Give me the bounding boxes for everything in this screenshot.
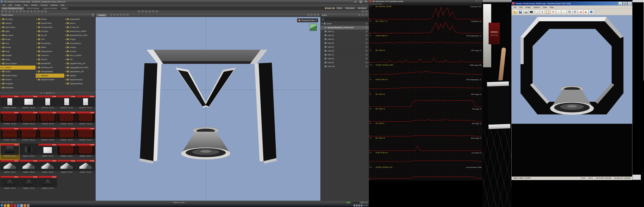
irfanview-maximize-button[interactable]	[623, 2, 627, 5]
cms-status-icon[interactable]	[1, 201, 4, 204]
taskbar-app-browser[interactable]	[17, 204, 20, 207]
scene-node-cube-1[interactable]: cube (1)	[321, 30, 369, 34]
content-thumbnail[interactable]: Scene20190222 - 001.duf	[38, 95, 57, 111]
content-thumbnail[interactable]: Scene20190221 - 001.duf	[20, 95, 38, 111]
clear-history-icon[interactable]	[375, 3, 377, 5]
scene-node-cube-9[interactable]: cube (9)	[321, 61, 369, 64]
info-icon[interactable]	[365, 10, 368, 13]
content-thumbnail[interactable]: SceneZdgHMk - 011.duf	[38, 176, 57, 192]
taskbar-app-afterburner[interactable]	[10, 204, 13, 207]
visibility-eye-icon[interactable]	[366, 27, 368, 28]
collapse-all-icon[interactable]	[365, 14, 368, 16]
tree-item-zdgplops[interactable]: ZdgPlops	[36, 74, 64, 78]
pause-icon[interactable]	[372, 3, 374, 5]
redo-icon[interactable]	[562, 10, 566, 14]
tree-item-zdgouts[interactable]: ZdgOuts	[64, 74, 95, 78]
pan-tool-icon[interactable]	[113, 14, 116, 16]
save-icon[interactable]	[518, 10, 523, 14]
tree-item-dynamictests[interactable]: DynamicTests	[36, 21, 64, 25]
visibility-eye-icon[interactable]	[366, 42, 368, 44]
connect-link-my-account[interactable]: My Account	[344, 7, 356, 10]
pane-settings-icon[interactable]	[317, 14, 320, 16]
scene-node-cube-2[interactable]: cube (2)	[321, 34, 369, 38]
viewport-tab[interactable]: Viewport	[96, 14, 107, 16]
menu-create[interactable]: Create	[13, 4, 22, 6]
hw-graph-framerate-fps[interactable]: 1600Min: 0.000 Max: 160.000Framerate, FP…	[369, 6, 482, 20]
taskbar-app-calculator[interactable]	[27, 204, 30, 207]
tree-item-shader-presets[interactable]: Shader Presets	[0, 74, 36, 78]
scene-node-cube-3[interactable]: cube (3)	[321, 38, 369, 41]
copy-icon[interactable]	[534, 10, 539, 14]
maximize-button[interactable]	[358, 0, 363, 3]
paste-icon[interactable]	[26, 10, 29, 13]
menu-window[interactable]: Window	[49, 4, 59, 6]
tree-item-hfcf[interactable]: Hfcf	[64, 58, 95, 62]
updates-icon[interactable]	[358, 205, 360, 206]
content-thumbnail[interactable]: SceneZdgHMk - 010.duf	[20, 176, 38, 192]
minimize-button[interactable]	[353, 0, 358, 3]
tree-item-light-presets[interactable]: Light Presets	[0, 25, 36, 29]
activity-tab-actors-wardrobe-props[interactable]: Actors, Wardrobe & Props	[0, 7, 24, 10]
tree-item-basics2[interactable]: Basics2	[64, 21, 95, 25]
notifications-icon[interactable]	[8, 201, 10, 204]
tree-item-freestockjulef[interactable]: FreeStockJulef	[36, 25, 64, 29]
content-thumbnail[interactable]: Scene20190308 - 001.duf	[38, 112, 57, 127]
zoom-out-icon[interactable]	[572, 10, 578, 14]
hw-graph-vid-usage[interactable]: 1000Min: 0 Max: 8VID usage, %	[369, 122, 482, 137]
connect-link-my-gallery[interactable]: My Gallery	[357, 7, 368, 10]
draw-style-icon[interactable]	[310, 14, 313, 16]
tree-item-pose[interactable]: Pose	[0, 42, 36, 46]
content-thumbnail[interactable]: SceneZdgHMk - 001.duf	[38, 144, 57, 160]
viewport-canvas[interactable]: Perspective View	[96, 17, 320, 201]
irfanview-menu-edit[interactable]: Edit	[518, 6, 524, 8]
visibility-eye-icon[interactable]	[366, 66, 368, 67]
hw-graph-fan-tachometer-rpm[interactable]: 900001155 Min: 1150 Max: 2210Fan tachome…	[369, 166, 482, 181]
volume-icon[interactable]	[354, 205, 355, 206]
undo-icon[interactable]	[556, 10, 561, 14]
aim-view-icon[interactable]	[123, 14, 126, 16]
menu-edit[interactable]: Edit	[7, 4, 13, 6]
activity-log-icon[interactable]	[4, 201, 7, 204]
hw-graph-cpu-temperature-c[interactable]: 100041 Min: 38 Max: 47CPU temperature, °…	[369, 35, 482, 49]
tree-item-shaders[interactable]: Shaders	[0, 78, 36, 82]
cut-icon[interactable]	[19, 10, 22, 13]
zoom-in-icon[interactable]	[567, 10, 572, 14]
irfanview-menu-help[interactable]: Help	[548, 6, 555, 8]
antivirus-icon[interactable]	[361, 205, 362, 206]
content-thumbnail[interactable]: SceneZdgHMk - 003.duf	[76, 144, 95, 160]
content-thumbnail[interactable]: SceneZdgHMk - 008.duf	[76, 160, 95, 176]
scene-node-cube-8[interactable]: cube (8)	[321, 57, 369, 61]
content-thumbnail[interactable]: SceneZdgHMk - 005.duf	[20, 160, 38, 176]
hw-graph-gpu-usage[interactable]: 1000Min: 0 Max: 52GPU usage, %	[369, 93, 482, 108]
content-thumbnail[interactable]: SceneZdgHMk - 006.duf	[38, 160, 57, 176]
page-prev-icon[interactable]	[41, 92, 42, 94]
filter-icon[interactable]	[358, 14, 361, 16]
scale-tool-icon[interactable]	[40, 10, 44, 13]
log-to-file-icon[interactable]	[377, 3, 380, 5]
view-cube-gizmo[interactable]	[310, 24, 317, 31]
tree-item-testposes[interactable]: TestPoses	[36, 54, 64, 58]
visibility-eye-icon[interactable]	[366, 30, 368, 32]
content-thumbnail[interactable]: Scene20190302 - 001.duf	[0, 112, 19, 127]
irfanview-menu-file[interactable]: File	[512, 6, 518, 8]
paste-icon[interactable]	[545, 10, 550, 14]
tree-item-romandektz[interactable]: RomanDektz	[36, 42, 64, 46]
aux-viewport-icon[interactable]	[156, 10, 158, 13]
info-icon[interactable]	[589, 10, 594, 14]
taskbar-app-daz-studio[interactable]	[4, 204, 6, 207]
hw-graph-bus-usage[interactable]: 1000Min: 0 Max: 40BUS usage, %	[369, 137, 482, 152]
delete-icon[interactable]	[551, 10, 556, 14]
irfanview-menu-options[interactable]: Options	[532, 6, 541, 8]
tree-item-scene[interactable]: Scene	[0, 58, 36, 62]
tree-item-sgln-zcctf003[interactable]: SGLn_zcctf003	[64, 54, 95, 58]
visibility-eye-icon[interactable]	[366, 46, 368, 48]
tree-item-ds-lights[interactable]: DS Lights	[0, 17, 36, 21]
tree-item-lights[interactable]: Lights	[0, 29, 36, 33]
pane-menu-icon[interactable]	[92, 14, 94, 16]
cut-icon[interactable]	[540, 10, 545, 14]
hw-graph-fan-speed[interactable]: 100035 Min: 35 Max: 40Fan speed, %	[369, 152, 482, 166]
slideshow-icon[interactable]	[529, 10, 534, 14]
afterburner-close-button[interactable]	[479, 0, 482, 2]
content-thumbnail[interactable]: Scene20190316 - 001.duf	[20, 128, 38, 143]
visibility-eye-icon[interactable]	[366, 54, 368, 56]
